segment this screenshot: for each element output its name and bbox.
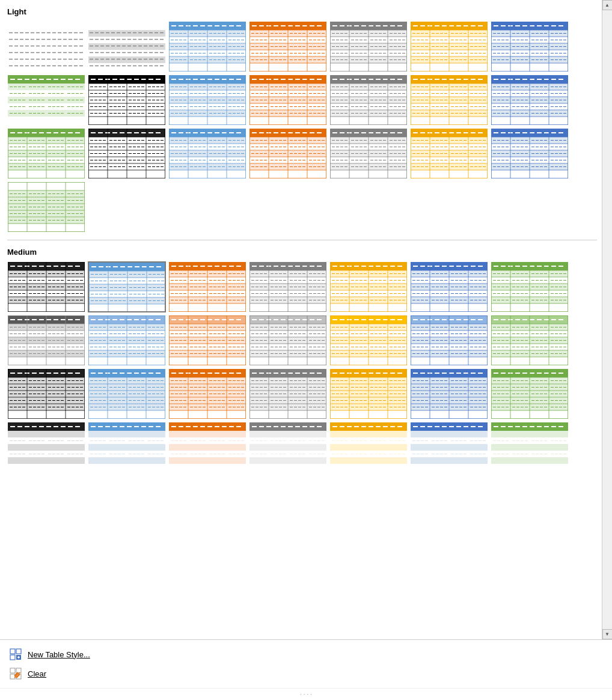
table-style-l22[interactable] <box>7 181 85 233</box>
table-style-l4[interactable] <box>249 21 327 72</box>
svg-rect-3 <box>8 43 85 50</box>
table-style-m23[interactable] <box>88 422 166 473</box>
table-style-l2[interactable] <box>88 21 166 72</box>
table-style-m8[interactable] <box>7 315 85 366</box>
scroll-down-button[interactable]: ▼ <box>602 629 613 639</box>
table-style-m3[interactable] <box>168 261 246 312</box>
table-style-m20[interactable] <box>410 368 488 419</box>
table-style-l5[interactable] <box>329 21 408 72</box>
svg-rect-1767 <box>16 649 21 654</box>
medium-section-title: Medium <box>7 248 597 257</box>
table-style-m14[interactable] <box>491 315 569 366</box>
table-style-m4[interactable] <box>249 261 327 312</box>
table-style-m27[interactable] <box>410 422 488 473</box>
table-style-l17[interactable] <box>168 128 246 179</box>
table-style-m10[interactable] <box>168 315 246 366</box>
table-style-m19[interactable] <box>329 368 408 419</box>
table-style-m1[interactable] <box>7 261 85 312</box>
section-divider <box>7 240 597 240</box>
main-container: Light Medium ▲ ▼ <box>0 0 612 639</box>
svg-rect-5 <box>8 56 85 63</box>
scroll-track[interactable] <box>602 10 612 629</box>
dots-row: · · · · <box>0 688 612 700</box>
table-style-l9[interactable] <box>88 75 166 126</box>
table-style-l3[interactable] <box>168 21 246 72</box>
clear-label: Clear <box>28 669 46 678</box>
table-style-l8[interactable] <box>7 75 85 126</box>
svg-rect-2 <box>8 37 85 43</box>
table-style-m16[interactable] <box>88 368 166 419</box>
svg-rect-1772 <box>10 668 15 673</box>
table-style-m12[interactable] <box>329 315 408 366</box>
table-style-l7[interactable] <box>491 21 569 72</box>
table-style-l18[interactable] <box>249 128 327 179</box>
light-grid <box>7 21 597 233</box>
table-style-m25[interactable] <box>249 422 327 473</box>
table-style-m13[interactable] <box>410 315 488 366</box>
table-style-l6[interactable] <box>410 21 488 72</box>
table-style-m5[interactable] <box>329 261 408 312</box>
table-style-m7[interactable] <box>491 261 569 312</box>
table-style-l11[interactable] <box>249 75 327 126</box>
svg-rect-14 <box>88 37 165 43</box>
light-section-title: Light <box>7 7 597 16</box>
svg-rect-1774 <box>10 674 15 679</box>
svg-rect-15 <box>88 43 165 50</box>
new-table-style-label: New Table Style... <box>28 650 90 659</box>
scroll-up-button[interactable]: ▲ <box>602 0 613 10</box>
table-style-m11[interactable] <box>249 315 327 366</box>
new-table-style-button[interactable]: New Table Style... <box>7 645 605 664</box>
svg-rect-16 <box>88 50 165 56</box>
table-style-l15[interactable] <box>7 128 85 179</box>
table-style-l12[interactable] <box>329 75 408 126</box>
svg-rect-1766 <box>10 649 15 654</box>
svg-rect-1 <box>8 30 85 37</box>
table-style-m6[interactable] <box>410 261 488 312</box>
new-table-style-icon <box>10 648 22 660</box>
table-style-l16[interactable] <box>88 128 166 179</box>
clear-button[interactable]: Clear <box>7 664 605 683</box>
table-style-m2[interactable] <box>88 261 166 312</box>
svg-rect-1773 <box>16 668 21 673</box>
scroll-area[interactable]: Light Medium <box>0 0 602 639</box>
medium-section: Medium <box>7 248 597 473</box>
table-style-l14[interactable] <box>491 75 569 126</box>
scrollbar[interactable]: ▲ ▼ <box>602 0 612 639</box>
table-style-l21[interactable] <box>491 128 569 179</box>
svg-rect-1768 <box>10 655 15 660</box>
table-style-l13[interactable] <box>410 75 488 126</box>
table-style-m22[interactable] <box>7 422 85 473</box>
table-style-m28[interactable] <box>491 422 569 473</box>
table-style-m17[interactable] <box>168 368 246 419</box>
clear-icon <box>10 668 22 680</box>
table-style-l20[interactable] <box>410 128 488 179</box>
table-style-l10[interactable] <box>168 75 246 126</box>
table-style-m9[interactable] <box>88 315 166 366</box>
svg-rect-13 <box>88 30 165 37</box>
table-style-m18[interactable] <box>249 368 327 419</box>
light-section: Light <box>7 7 597 233</box>
table-style-l19[interactable] <box>329 128 408 179</box>
svg-rect-4 <box>8 50 85 56</box>
table-style-m24[interactable] <box>168 422 246 473</box>
svg-rect-17 <box>88 56 165 63</box>
table-style-m15[interactable] <box>7 368 85 419</box>
table-style-m26[interactable] <box>329 422 408 473</box>
table-style-l1[interactable] <box>7 21 85 72</box>
medium-grid <box>7 261 597 473</box>
footer: New Table Style... Clear <box>0 639 612 688</box>
table-style-m21[interactable] <box>491 368 569 419</box>
